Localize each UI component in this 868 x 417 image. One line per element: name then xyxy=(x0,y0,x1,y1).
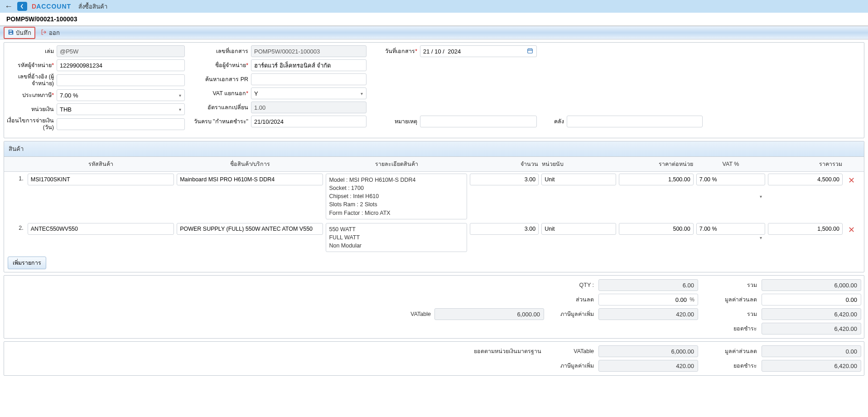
std-vatable-value xyxy=(598,345,698,357)
add-row-button[interactable]: เพิ่มรายการ xyxy=(8,257,46,269)
std-vat-amt-label: ภาษีมูลค่าเพิ่ม xyxy=(549,361,594,370)
std-vatable-label: VATable xyxy=(549,348,594,354)
rate-label: อัตราแลกเปลี่ยน xyxy=(188,103,251,112)
item-unit-input[interactable] xyxy=(541,174,616,185)
row-number: 1. xyxy=(4,172,26,221)
pr-search-input[interactable] xyxy=(251,73,366,85)
row-number: 2. xyxy=(4,221,26,254)
delete-row-icon[interactable]: ✕ xyxy=(845,174,858,187)
item-qty-input[interactable] xyxy=(470,223,539,235)
totals-panel: QTY : รวม ส่วนลด % มูลค่าส่วนลด VATable … xyxy=(4,275,864,339)
th-detail: รายละเอียดสินค้า xyxy=(324,157,468,172)
tax-type-label: ประเภทภาษี* xyxy=(6,91,57,100)
item-vat-select[interactable] xyxy=(696,174,766,185)
tax-type-select[interactable] xyxy=(57,89,185,101)
std-title: ยอดตามหน่วยเงินมาตรฐาน xyxy=(7,347,544,356)
total2-value xyxy=(762,308,861,320)
item-detail-box[interactable]: Model : MSI PRO H610M-S DDR4 Socket : 17… xyxy=(326,174,467,219)
discount-amt-label: มูลค่าส่วนลด xyxy=(703,295,757,304)
std-discount-amt-value xyxy=(762,345,861,357)
balance-value xyxy=(762,323,861,335)
vat-sep-select[interactable] xyxy=(251,87,366,99)
vendor-code-label: รหัสผู้จำหน่าย* xyxy=(6,61,57,70)
qty-total xyxy=(598,279,698,291)
brand-rest: ACCOUNT xyxy=(36,3,71,10)
item-code-input[interactable] xyxy=(28,174,174,185)
save-label: บันทึก xyxy=(16,28,31,38)
std-vat-amt-value xyxy=(598,360,698,372)
chevron-down-icon: ▾ xyxy=(760,194,762,199)
header-form-panel: เล่ม รหัสผู้จำหน่าย* เลขที่อ้างอิง (ผู้จ… xyxy=(4,42,864,138)
docno-input xyxy=(251,45,366,57)
remark-input[interactable] xyxy=(420,116,537,127)
item-unit-input[interactable] xyxy=(541,223,616,235)
remark-label: หมายเหตุ xyxy=(369,117,420,126)
back-arrow-icon[interactable]: ← xyxy=(5,2,13,11)
total2-label: รวม xyxy=(703,310,757,319)
percent-icon: % xyxy=(690,296,694,303)
form-col1: เล่ม รหัสผู้จำหน่าย* เลขที่อ้างอิง (ผู้จ… xyxy=(6,45,185,133)
currency-label: หน่วยเงิน xyxy=(6,105,57,114)
th-amount: ราคารวม xyxy=(767,157,844,172)
doc-number-row: POMP5W/00021-100003 xyxy=(0,13,868,26)
table-row: 1. Model : MSI PRO H610M-S DDR4 Socket :… xyxy=(4,172,864,221)
top-bar: ← DACCOUNT สั่งซื้อสินค้า xyxy=(0,0,868,13)
book-input xyxy=(57,45,185,57)
item-name-input[interactable] xyxy=(177,223,323,235)
action-bar: บันทึก ออก xyxy=(0,26,868,39)
docno-label: เลขที่เอกสาร xyxy=(188,47,251,56)
vendor-name-input[interactable] xyxy=(251,59,366,71)
terms-input[interactable] xyxy=(57,118,185,130)
wh-label: คลัง xyxy=(540,117,567,126)
currency-select[interactable] xyxy=(57,103,185,115)
ref-input[interactable] xyxy=(57,74,185,86)
vat-amt-value xyxy=(598,308,698,320)
item-detail-box[interactable]: 550 WATT FULL WATT Non Modular xyxy=(326,223,467,252)
form-col3: วันที่เอกสาร* หมายเหตุ xyxy=(369,45,537,133)
th-code: รหัสสินค้า xyxy=(26,157,175,172)
item-price-input[interactable] xyxy=(619,223,694,235)
save-icon xyxy=(8,29,14,37)
vat-amt-label: ภาษีมูลค่าเพิ่ม xyxy=(549,310,594,319)
items-table: รหัสสินค้า ชื่อสินค้า/บริการ รายละเอียดส… xyxy=(4,157,864,254)
table-row: 2. 550 WATT FULL WATT Non Modular ▾ ✕ xyxy=(4,221,864,254)
discount-input[interactable] xyxy=(598,294,698,305)
items-header: สินค้า xyxy=(4,141,864,157)
vat-sep-label: VAT แยกนอก* xyxy=(188,89,251,98)
docdate-input[interactable] xyxy=(420,45,537,57)
th-price: ราคาต่อหน่วย xyxy=(617,157,695,172)
chevron-down-icon: ▾ xyxy=(760,235,762,240)
discount-label: ส่วนลด xyxy=(549,295,594,304)
terms-label: เงื่อนไขการจ่ายเงิน (วัน) xyxy=(6,117,57,131)
item-price-input[interactable] xyxy=(619,174,694,185)
item-vat-select[interactable] xyxy=(696,223,766,235)
item-name-input[interactable] xyxy=(177,174,323,185)
item-amount-input[interactable] xyxy=(768,174,843,185)
item-amount-input[interactable] xyxy=(768,223,843,235)
balance-label: ยอดชำระ xyxy=(703,324,757,333)
items-header-row: รหัสสินค้า ชื่อสินค้า/บริการ รายละเอียดส… xyxy=(4,157,864,172)
item-code-input[interactable] xyxy=(28,223,174,235)
due-input[interactable] xyxy=(251,116,366,127)
form-col4: คลัง xyxy=(540,45,703,133)
vatable-label: VATable xyxy=(395,311,431,317)
exit-icon xyxy=(41,29,47,37)
brand-d: D xyxy=(32,3,36,10)
page-title: สั่งซื้อสินค้า xyxy=(78,2,107,11)
std-balance-value xyxy=(762,360,861,372)
delete-row-icon[interactable]: ✕ xyxy=(845,223,858,237)
pr-search-label: ค้นหาเอกสาร PR xyxy=(188,75,251,84)
exit-button[interactable]: ออก xyxy=(37,27,63,39)
book-label: เล่ม xyxy=(6,47,57,56)
form-col2: เลขที่เอกสาร ชื่อผู้จำหน่าย* ค้นหาเอกสาร… xyxy=(188,45,366,133)
logo-icon xyxy=(17,2,27,11)
item-qty-input[interactable] xyxy=(470,174,539,185)
save-button[interactable]: บันทึก xyxy=(4,27,35,39)
qty-label: QTY : xyxy=(549,282,594,288)
th-qty: จำนวน xyxy=(468,157,540,172)
vatable-value xyxy=(434,308,544,320)
discount-amt-input[interactable] xyxy=(762,294,861,305)
vendor-code-input[interactable] xyxy=(57,59,185,71)
std-balance-label: ยอดชำระ xyxy=(703,361,757,370)
wh-input[interactable] xyxy=(567,116,703,127)
